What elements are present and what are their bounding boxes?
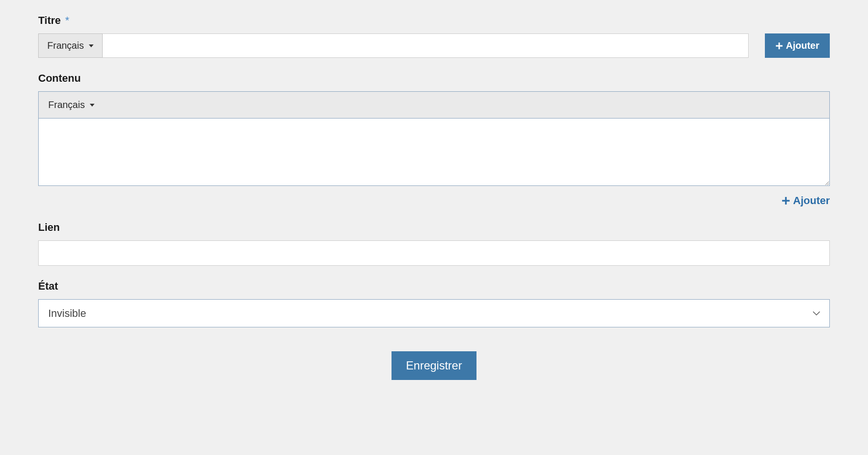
contenu-add-link[interactable]: Ajouter [782,195,830,207]
titre-label-text: Titre [38,14,61,26]
contenu-language-selector[interactable]: Français [48,99,95,110]
contenu-textarea[interactable] [39,119,829,185]
titre-language-selector[interactable]: Français [38,33,103,58]
lien-group: Lien [38,221,830,266]
plus-icon [775,42,783,50]
svg-rect-3 [782,200,790,201]
etat-select[interactable]: Invisible [38,299,830,327]
contenu-container: Français [38,91,830,186]
caret-down-icon [89,44,94,47]
titre-add-button[interactable]: Ajouter [765,33,830,58]
contenu-add-link-label: Ajouter [793,195,830,207]
plus-icon [782,196,790,205]
contenu-language-text: Français [48,99,85,110]
submit-row: Enregistrer [38,351,830,380]
etat-select-wrapper: Invisible [38,299,830,327]
contenu-group: Contenu Français Ajouter [38,72,830,207]
submit-button[interactable]: Enregistrer [392,351,476,380]
titre-input[interactable] [103,33,749,58]
lien-label: Lien [38,221,830,234]
contenu-label: Contenu [38,72,830,85]
lien-input[interactable] [38,240,830,266]
svg-rect-1 [776,45,783,46]
etat-group: État Invisible [38,280,830,327]
titre-label: Titre * [38,14,830,27]
etat-label: État [38,280,830,292]
contenu-header: Français [39,92,829,119]
spacer [749,33,765,58]
required-indicator: * [65,14,69,26]
titre-add-button-label: Ajouter [786,40,819,51]
titre-language-text: Français [47,40,84,51]
contenu-add-row: Ajouter [38,195,830,207]
titre-row: Français Ajouter [38,33,830,58]
caret-down-icon [90,104,95,107]
titre-group: Titre * Français Ajouter [38,14,830,58]
